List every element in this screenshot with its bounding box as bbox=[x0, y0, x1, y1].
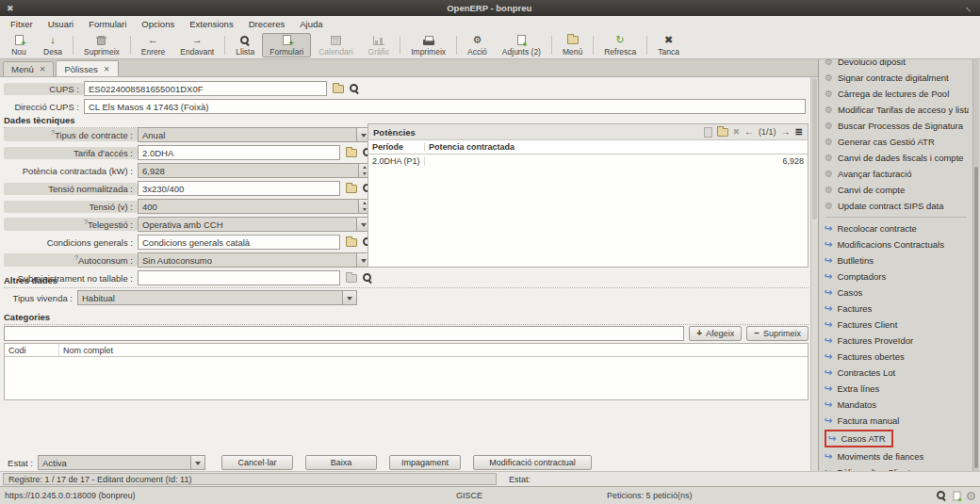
open-record-icon[interactable] bbox=[346, 185, 357, 193]
sidebar-item-modificar-tarifas-de-acceso-y-listas-de-precio[interactable]: ⚙Modificar Tarifas de acceso y listas de… bbox=[825, 102, 969, 118]
impagament-button[interactable]: Impagament bbox=[389, 455, 461, 470]
sidebar-item-factures-proveidor[interactable]: ↪Factures Proveïdor bbox=[825, 333, 969, 349]
tab-close-icon[interactable]: ✕ bbox=[104, 65, 110, 73]
open-record-icon[interactable] bbox=[717, 128, 728, 137]
tarifa-dacces-input[interactable]: 2.0DHA bbox=[138, 145, 340, 160]
baixa-button[interactable]: Baixa bbox=[305, 455, 377, 470]
tipus-de-contracte-select[interactable]: Anual bbox=[138, 127, 371, 142]
tensio-normalitzada-input[interactable]: 3x230/400 bbox=[138, 181, 340, 196]
window-close-icon[interactable]: ✖ bbox=[7, 4, 14, 13]
toolbar-accio[interactable]: ⚙Acció bbox=[460, 33, 495, 57]
switch-view-icon[interactable]: ≣ bbox=[795, 127, 803, 137]
sidebar-item-canvi-de-compte[interactable]: ⚙Canvi de compte bbox=[825, 182, 969, 198]
telegestio-select[interactable]: Operativa amb CCH bbox=[138, 217, 371, 232]
categories-input[interactable] bbox=[4, 326, 684, 341]
toolbar-menu[interactable]: Menú bbox=[555, 33, 590, 57]
sidebar-item-avancar-facturacio[interactable]: ⚙Avançar facturació bbox=[825, 166, 969, 182]
sidebar-scrollbar[interactable] bbox=[972, 59, 979, 471]
toolbar-endavant[interactable]: →Endavant bbox=[172, 33, 221, 57]
sidebar-item-generar-cas-gestio-atr[interactable]: ⚙Generar cas Gestió ATR bbox=[825, 134, 969, 150]
column-header-periode[interactable]: Període bbox=[368, 142, 425, 152]
potencia-contractada-spinfield[interactable]: 6,928 bbox=[138, 163, 371, 178]
cancel-lar-button[interactable]: Cancel·lar bbox=[221, 455, 293, 470]
sidebar-scrollbar-thumb[interactable] bbox=[974, 167, 978, 468]
menu-fitxer[interactable]: Fitxer bbox=[3, 18, 41, 30]
form-scrollbar-thumb[interactable] bbox=[812, 78, 817, 219]
toolbar-tanca[interactable]: ✖Tanca bbox=[650, 33, 687, 57]
sidebar-item-update-contract-sips-data[interactable]: ⚙Update contract SIPS data bbox=[825, 198, 969, 214]
sidebar-item-signar-contracte-digitalment[interactable]: ⚙Signar contracte digitalment bbox=[825, 70, 969, 86]
sidebar-item-casos-atr[interactable]: ↪Casos ATR bbox=[825, 430, 893, 447]
tab-menu[interactable]: Menú✕ bbox=[3, 61, 54, 76]
menu-dreceres[interactable]: Dreceres bbox=[241, 18, 293, 30]
column-header-potencia[interactable]: Potencia contractada bbox=[425, 142, 808, 152]
sidebar-item-butlletins[interactable]: ↪Butlletins bbox=[825, 252, 969, 268]
toolbar-nou[interactable]: +Nou bbox=[2, 33, 36, 57]
direccio-cups-input[interactable]: CL Els Masos 4 17463 (Foixà) bbox=[84, 99, 806, 114]
search-requests-icon[interactable] bbox=[936, 490, 947, 501]
next-record-icon[interactable]: → bbox=[781, 127, 791, 137]
search-icon[interactable] bbox=[349, 83, 360, 94]
tab-polisses[interactable]: Pòlisses✕ bbox=[56, 60, 118, 76]
sidebar-item-extra-lines[interactable]: ↪Extra línes bbox=[825, 381, 969, 397]
new-request-icon[interactable] bbox=[953, 491, 960, 500]
sidebar-item-devolucio-diposit[interactable]: ⚙Devolució dipòsit bbox=[825, 59, 969, 70]
toolbar-llista[interactable]: Llista bbox=[228, 33, 262, 57]
sidebar-item-casos[interactable]: ↪Casos bbox=[825, 285, 969, 301]
open-record-icon[interactable] bbox=[333, 85, 344, 93]
sidebar-item-modificacions-contractuals[interactable]: ↪Modificacions Contractuals bbox=[825, 236, 969, 252]
menu-ajuda[interactable]: Ajuda bbox=[292, 18, 330, 30]
table-row[interactable]: 2.0DHA (P1)6,928 bbox=[368, 154, 808, 168]
column-header-nom-complet[interactable]: Nom complet bbox=[59, 346, 808, 355]
cups-input[interactable]: ES0224008581655001DX0F bbox=[84, 81, 327, 96]
modificacio-contractual-button[interactable]: Modificació contractual bbox=[473, 455, 592, 470]
toolbar-adjunts[interactable]: Adjunts (2) bbox=[495, 33, 548, 57]
sidebar-item-factures-obertes[interactable]: ↪Factures obertes bbox=[825, 349, 969, 365]
toolbar-imprimeix[interactable]: Imprimeix bbox=[403, 33, 453, 57]
toolbar-menu-label: Menú bbox=[563, 47, 582, 57]
add-category-button[interactable]: + Afegeix bbox=[689, 326, 742, 341]
sidebar-item-mandatos[interactable]: ↪Mandatos bbox=[825, 397, 969, 413]
sidebar-item-contractes-lot[interactable]: ↪Contractes Lot bbox=[825, 365, 969, 381]
sidebar-item-canvi-de-dades-fiscals-i-compte[interactable]: ⚙Canvi de dades fiscals i compte bbox=[825, 150, 969, 166]
menu-extensions[interactable]: Extensions bbox=[182, 18, 240, 30]
toolbar-suprimeix[interactable]: Suprimeix bbox=[76, 33, 127, 57]
tab-close-icon[interactable]: ✕ bbox=[40, 65, 46, 73]
pager-label: (1/1) bbox=[759, 127, 776, 137]
sidebar-item-comptadors[interactable]: ↪Comptadors bbox=[825, 268, 969, 285]
sidebar-item-moviments-de-fiances[interactable]: ↪Moviments de fiances bbox=[825, 448, 969, 464]
new-record-icon[interactable] bbox=[704, 127, 712, 138]
menu-usuari[interactable]: Usuari bbox=[41, 18, 81, 30]
tensio-v-spinfield[interactable]: 400 bbox=[138, 199, 371, 214]
estat-row: Estat : Activa Cancel·larBaixaImpagament… bbox=[4, 455, 808, 470]
menu-formulari[interactable]: Formulari bbox=[81, 18, 134, 30]
toolbar-enrere[interactable]: ←Enrere bbox=[134, 33, 173, 57]
column-header-codi[interactable]: Codi bbox=[5, 344, 59, 356]
estat-select[interactable]: Activa bbox=[38, 455, 205, 470]
sidebar-item-factura-manual[interactable]: ↪Factura manual bbox=[825, 413, 969, 429]
sidebar-item-factures-client[interactable]: ↪Factures Client bbox=[825, 317, 969, 333]
toolbar-separator bbox=[73, 36, 74, 55]
open-record-icon[interactable] bbox=[346, 238, 357, 247]
toolbar-refresca[interactable]: ↻Refresca bbox=[596, 33, 644, 57]
toolbar-grafic-label: Gràfic bbox=[368, 47, 390, 57]
toolbar-desa[interactable]: ↓Desa bbox=[36, 33, 70, 57]
sidebar-item-polissa-d-un-client[interactable]: ↪Pòlissa d'un Client bbox=[825, 464, 969, 471]
sidebar-item-label: Càrrega de lectures de Pool bbox=[838, 89, 949, 99]
toolbar-formulari[interactable]: +Formulari bbox=[262, 33, 311, 57]
sidebar-item-buscar-processos-de-signatura[interactable]: ⚙Buscar Processos de Signatura bbox=[825, 118, 969, 134]
condicions-generals-input[interactable]: Condicions generals català bbox=[138, 235, 340, 250]
sidebar-item-recolocar-contracte[interactable]: ↪Recolocar contracte bbox=[825, 220, 969, 236]
tipus-vivenda-select[interactable]: Habitual bbox=[77, 290, 357, 305]
chevron-down-icon[interactable] bbox=[342, 291, 356, 304]
sidebar-item-factures[interactable]: ↪Factures bbox=[825, 301, 969, 317]
form-scrollbar[interactable] bbox=[810, 77, 818, 471]
delete-record-icon[interactable]: ✖ bbox=[733, 126, 741, 138]
autoconsum-select[interactable]: Sin Autoconsumo bbox=[138, 252, 371, 268]
chevron-down-icon[interactable] bbox=[190, 456, 204, 469]
open-record-icon[interactable] bbox=[346, 149, 357, 157]
sidebar-item-carrega-de-lectures-de-pool[interactable]: ⚙Càrrega de lectures de Pool bbox=[825, 86, 969, 102]
menu-opcions[interactable]: Opcions bbox=[134, 18, 182, 30]
remove-category-button[interactable]: − Suprimeix bbox=[746, 326, 808, 341]
prev-record-icon[interactable]: ← bbox=[744, 127, 754, 137]
